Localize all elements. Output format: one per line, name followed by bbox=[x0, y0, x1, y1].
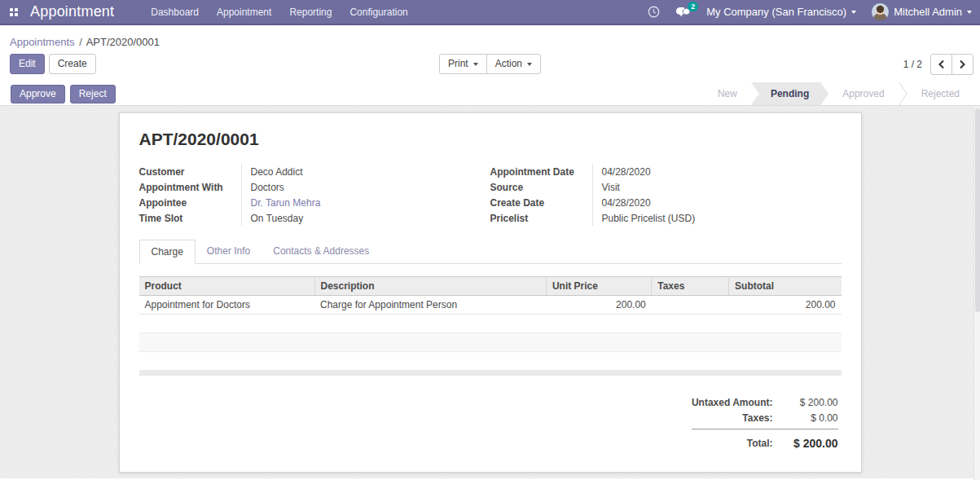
status-step-new[interactable]: New bbox=[704, 82, 751, 105]
totals-divider bbox=[692, 429, 838, 429]
record-title: APT/2020/0001 bbox=[139, 130, 842, 149]
tab-other-info[interactable]: Other Info bbox=[196, 240, 261, 264]
table-footer-strip bbox=[139, 370, 842, 376]
total-value: $ 200.00 bbox=[773, 437, 838, 450]
empty-table-row bbox=[139, 333, 842, 352]
form-sheet: APT/2020/0001 Customer Deco Addict Appoi… bbox=[119, 112, 862, 473]
field-value-appointment-date: 04/28/2020 bbox=[593, 166, 651, 178]
status-step-rejected[interactable]: Rejected bbox=[907, 82, 973, 105]
field-value-appointment-with: Doctors bbox=[242, 182, 284, 193]
field-value-appointee-link[interactable]: Dr. Tarun Mehra bbox=[251, 197, 321, 209]
field-label-create-date: Create Date bbox=[490, 195, 593, 210]
field-label-appointee: Appointee bbox=[139, 195, 242, 210]
field-label-appointment-date: Appointment Date bbox=[490, 164, 593, 179]
cell-description[interactable]: Charge for Appointment Person bbox=[314, 296, 546, 315]
vertical-scrollbar[interactable] bbox=[973, 107, 980, 480]
apps-menu-icon[interactable] bbox=[10, 8, 18, 16]
action-dropdown[interactable]: Action bbox=[486, 54, 541, 74]
field-label-time-slot: Time Slot bbox=[139, 210, 242, 226]
field-value-source: Visit bbox=[593, 182, 620, 193]
statusbar: Approve Reject New Pending Approved Reje… bbox=[0, 82, 980, 106]
breadcrumb-current: APT/2020/0001 bbox=[86, 36, 160, 48]
reject-button[interactable]: Reject bbox=[70, 85, 116, 103]
form-view: APT/2020/0001 Customer Deco Addict Appoi… bbox=[0, 106, 980, 478]
breadcrumb-parent[interactable]: Appointments bbox=[10, 36, 75, 48]
column-header-taxes: Taxes bbox=[652, 277, 729, 296]
user-menu[interactable]: Mitchell Admin bbox=[872, 3, 972, 20]
total-label: Total: bbox=[692, 438, 773, 449]
field-label-source: Source bbox=[490, 179, 593, 195]
cell-taxes[interactable] bbox=[652, 296, 729, 315]
tab-contacts-addresses[interactable]: Contacts & Addresses bbox=[261, 240, 380, 264]
cell-subtotal[interactable]: 200.00 bbox=[729, 296, 842, 315]
field-value-customer: Deco Addict bbox=[242, 166, 303, 178]
field-value-time-slot: On Tuesday bbox=[242, 213, 304, 224]
column-header-product: Product bbox=[139, 277, 315, 296]
status-step-pending[interactable]: Pending bbox=[751, 82, 828, 105]
chevron-down-icon bbox=[967, 11, 972, 16]
tab-charge[interactable]: Charge bbox=[139, 240, 196, 264]
field-value-create-date: 04/28/2020 bbox=[593, 197, 651, 209]
taxes-label: Taxes: bbox=[692, 412, 773, 424]
main-menu: Dashboard Appointment Reporting Configur… bbox=[151, 7, 408, 18]
untaxed-amount-label: Untaxed Amount: bbox=[692, 397, 773, 408]
field-label-appointment-with: Appointment With bbox=[139, 179, 242, 195]
company-switcher[interactable]: My Company (San Francisco) bbox=[706, 6, 856, 18]
status-pipeline: New Pending Approved Rejected bbox=[704, 82, 980, 105]
cell-product[interactable]: Appointment for Doctors bbox=[139, 296, 315, 315]
messages-chat-icon[interactable]: 2 bbox=[675, 7, 691, 18]
status-step-approved[interactable]: Approved bbox=[828, 82, 898, 105]
menu-configuration[interactable]: Configuration bbox=[349, 7, 407, 18]
column-header-unit-price: Unit Price bbox=[546, 277, 651, 296]
activities-clock-icon[interactable] bbox=[648, 6, 660, 18]
notebook-tabs: Charge Other Info Contacts & Addresses bbox=[139, 240, 842, 264]
table-row[interactable]: Appointment for Doctors Charge for Appoi… bbox=[139, 296, 842, 315]
chevron-down-icon bbox=[473, 63, 478, 68]
app-name[interactable]: Appointment bbox=[30, 3, 114, 20]
totals-block: Untaxed Amount: $ 200.00 Taxes: $ 0.00 T… bbox=[692, 394, 838, 452]
chevron-down-icon bbox=[851, 11, 856, 16]
menu-dashboard[interactable]: Dashboard bbox=[151, 7, 199, 18]
chevron-down-icon bbox=[527, 63, 532, 68]
menu-appointment[interactable]: Appointment bbox=[217, 7, 271, 18]
taxes-value: $ 0.00 bbox=[773, 412, 838, 424]
approve-button[interactable]: Approve bbox=[11, 85, 65, 103]
menu-reporting[interactable]: Reporting bbox=[289, 7, 332, 18]
scrollbar-thumb[interactable] bbox=[975, 108, 980, 312]
field-group: Customer Deco Addict Appointment With Do… bbox=[139, 164, 842, 226]
empty-table-row bbox=[139, 315, 842, 333]
field-label-pricelist: Pricelist bbox=[490, 210, 593, 226]
message-count-badge: 2 bbox=[688, 2, 698, 11]
breadcrumb: Appointments / APT/2020/0001 bbox=[0, 25, 980, 51]
field-label-customer: Customer bbox=[139, 164, 242, 179]
untaxed-amount-value: $ 200.00 bbox=[773, 397, 838, 408]
status-arrow-icon bbox=[899, 82, 907, 105]
field-value-pricelist: Public Pricelist (USD) bbox=[593, 213, 696, 224]
print-dropdown[interactable]: Print bbox=[439, 54, 487, 74]
charge-lines-table: Product Description Unit Price Taxes Sub… bbox=[139, 276, 842, 370]
control-panel: Edit Create Print Action 1 / 2 bbox=[0, 51, 980, 82]
cell-unit-price[interactable]: 200.00 bbox=[546, 296, 651, 315]
top-navbar: Appointment Dashboard Appointment Report… bbox=[0, 0, 980, 25]
avatar bbox=[872, 3, 889, 20]
column-header-description: Description bbox=[314, 277, 546, 296]
column-header-subtotal: Subtotal bbox=[729, 277, 842, 296]
empty-table-row bbox=[139, 352, 842, 371]
